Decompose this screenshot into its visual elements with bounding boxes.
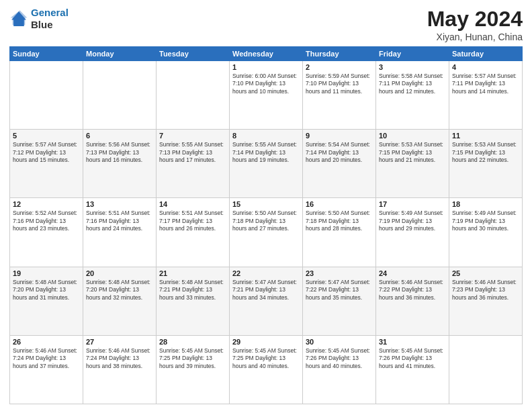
day-number: 20: [86, 269, 153, 277]
day-number: 10: [379, 132, 446, 140]
calendar-cell: 16Sunrise: 5:50 AM Sunset: 7:18 PM Dayli…: [303, 198, 376, 267]
calendar-cell: 12Sunrise: 5:52 AM Sunset: 7:16 PM Dayli…: [10, 198, 83, 267]
day-number: 9: [306, 132, 373, 140]
day-number: 2: [306, 63, 373, 71]
calendar-week-row: 1Sunrise: 6:00 AM Sunset: 7:10 PM Daylig…: [10, 61, 523, 130]
calendar-cell: [449, 335, 523, 404]
day-number: 30: [306, 338, 373, 346]
calendar-cell: 27Sunrise: 5:46 AM Sunset: 7:24 PM Dayli…: [83, 335, 157, 404]
calendar-week-row: 12Sunrise: 5:52 AM Sunset: 7:16 PM Dayli…: [10, 198, 523, 267]
day-number: 29: [232, 338, 300, 346]
calendar-header-row: SundayMondayTuesdayWednesdayThursdayFrid…: [10, 47, 523, 61]
calendar-cell: 4Sunrise: 5:57 AM Sunset: 7:11 PM Daylig…: [449, 61, 523, 130]
day-info: Sunrise: 5:51 AM Sunset: 7:16 PM Dayligh…: [86, 210, 153, 232]
calendar-cell: 5Sunrise: 5:57 AM Sunset: 7:12 PM Daylig…: [10, 130, 83, 198]
day-info: Sunrise: 5:46 AM Sunset: 7:22 PM Dayligh…: [379, 279, 446, 302]
subtitle: Xiyan, Hunan, China: [427, 32, 523, 42]
calendar-cell: 18Sunrise: 5:49 AM Sunset: 7:19 PM Dayli…: [449, 198, 523, 267]
day-info: Sunrise: 5:52 AM Sunset: 7:16 PM Dayligh…: [13, 210, 80, 232]
day-number: 8: [232, 132, 300, 140]
day-number: 27: [86, 338, 153, 346]
day-number: 14: [159, 200, 226, 208]
day-info: Sunrise: 5:48 AM Sunset: 7:20 PM Dayligh…: [13, 279, 80, 302]
day-number: 21: [159, 269, 226, 277]
calendar-cell: 31Sunrise: 5:45 AM Sunset: 7:26 PM Dayli…: [376, 335, 449, 404]
day-number: 15: [232, 200, 300, 208]
calendar-cell: 15Sunrise: 5:50 AM Sunset: 7:18 PM Dayli…: [230, 198, 303, 267]
calendar-cell: 9Sunrise: 5:54 AM Sunset: 7:14 PM Daylig…: [303, 130, 376, 198]
calendar-cell: 20Sunrise: 5:48 AM Sunset: 7:20 PM Dayli…: [83, 267, 157, 335]
day-info: Sunrise: 5:56 AM Sunset: 7:13 PM Dayligh…: [86, 141, 153, 164]
day-info: Sunrise: 5:57 AM Sunset: 7:11 PM Dayligh…: [452, 73, 519, 95]
day-number: 23: [306, 269, 373, 277]
calendar-cell: 7Sunrise: 5:55 AM Sunset: 7:13 PM Daylig…: [157, 130, 230, 198]
day-info: Sunrise: 5:46 AM Sunset: 7:24 PM Dayligh…: [13, 347, 80, 370]
calendar-cell: 26Sunrise: 5:46 AM Sunset: 7:24 PM Dayli…: [10, 335, 83, 404]
calendar-cell: 19Sunrise: 5:48 AM Sunset: 7:20 PM Dayli…: [10, 267, 83, 335]
day-info: Sunrise: 5:48 AM Sunset: 7:20 PM Dayligh…: [86, 279, 153, 302]
logo-line1: General: [31, 7, 69, 18]
day-number: 26: [13, 338, 80, 346]
logo-text: General Blue: [31, 7, 69, 31]
calendar-cell: 2Sunrise: 5:59 AM Sunset: 7:10 PM Daylig…: [303, 61, 376, 130]
day-info: Sunrise: 5:51 AM Sunset: 7:17 PM Dayligh…: [159, 210, 226, 232]
calendar-week-row: 26Sunrise: 5:46 AM Sunset: 7:24 PM Dayli…: [10, 335, 523, 404]
calendar-cell: 30Sunrise: 5:45 AM Sunset: 7:26 PM Dayli…: [303, 335, 376, 404]
calendar-cell: [83, 61, 157, 130]
title-block: May 2024 Xiyan, Hunan, China: [427, 7, 523, 42]
day-info: Sunrise: 5:49 AM Sunset: 7:19 PM Dayligh…: [379, 210, 446, 232]
day-info: Sunrise: 5:54 AM Sunset: 7:14 PM Dayligh…: [306, 141, 373, 164]
day-info: Sunrise: 5:50 AM Sunset: 7:18 PM Dayligh…: [232, 210, 300, 232]
weekday-header: Saturday: [449, 47, 523, 61]
day-info: Sunrise: 5:53 AM Sunset: 7:15 PM Dayligh…: [452, 141, 519, 164]
day-info: Sunrise: 5:46 AM Sunset: 7:23 PM Dayligh…: [452, 279, 519, 302]
day-info: Sunrise: 5:45 AM Sunset: 7:26 PM Dayligh…: [379, 347, 446, 370]
logo-line2: Blue: [31, 19, 69, 31]
calendar-cell: 21Sunrise: 5:48 AM Sunset: 7:21 PM Dayli…: [157, 267, 230, 335]
weekday-header: Tuesday: [157, 47, 230, 61]
weekday-header: Sunday: [10, 47, 83, 61]
calendar-cell: 1Sunrise: 6:00 AM Sunset: 7:10 PM Daylig…: [230, 61, 303, 130]
day-info: Sunrise: 5:45 AM Sunset: 7:26 PM Dayligh…: [306, 347, 373, 370]
day-number: 11: [452, 132, 519, 140]
calendar-cell: 23Sunrise: 5:47 AM Sunset: 7:22 PM Dayli…: [303, 267, 376, 335]
day-info: Sunrise: 5:45 AM Sunset: 7:25 PM Dayligh…: [159, 347, 226, 370]
calendar-cell: 22Sunrise: 5:47 AM Sunset: 7:21 PM Dayli…: [230, 267, 303, 335]
calendar-cell: 6Sunrise: 5:56 AM Sunset: 7:13 PM Daylig…: [83, 130, 157, 198]
day-info: Sunrise: 5:53 AM Sunset: 7:15 PM Dayligh…: [379, 141, 446, 164]
calendar-cell: 17Sunrise: 5:49 AM Sunset: 7:19 PM Dayli…: [376, 198, 449, 267]
day-number: 31: [379, 338, 446, 346]
calendar-cell: [10, 61, 83, 130]
calendar-week-row: 19Sunrise: 5:48 AM Sunset: 7:20 PM Dayli…: [10, 267, 523, 335]
day-number: 6: [86, 132, 153, 140]
day-number: 3: [379, 63, 446, 71]
day-info: Sunrise: 5:46 AM Sunset: 7:24 PM Dayligh…: [86, 347, 153, 370]
day-number: 1: [232, 63, 300, 71]
weekday-header: Monday: [83, 47, 157, 61]
calendar-cell: 25Sunrise: 5:46 AM Sunset: 7:23 PM Dayli…: [449, 267, 523, 335]
day-info: Sunrise: 5:48 AM Sunset: 7:21 PM Dayligh…: [159, 279, 226, 302]
day-number: 5: [13, 132, 80, 140]
day-number: 19: [13, 269, 80, 277]
header: General Blue May 2024 Xiyan, Hunan, Chin…: [9, 7, 523, 42]
weekday-header: Friday: [376, 47, 449, 61]
day-info: Sunrise: 5:49 AM Sunset: 7:19 PM Dayligh…: [452, 210, 519, 232]
day-number: 25: [452, 269, 519, 277]
logo: General Blue: [9, 7, 69, 31]
day-number: 18: [452, 200, 519, 208]
day-info: Sunrise: 5:58 AM Sunset: 7:11 PM Dayligh…: [379, 73, 446, 95]
generalblue-logo-icon: [9, 9, 28, 28]
day-info: Sunrise: 5:57 AM Sunset: 7:12 PM Dayligh…: [13, 141, 80, 164]
calendar-cell: 28Sunrise: 5:45 AM Sunset: 7:25 PM Dayli…: [157, 335, 230, 404]
day-number: 28: [159, 338, 226, 346]
day-info: Sunrise: 5:47 AM Sunset: 7:21 PM Dayligh…: [232, 279, 300, 302]
calendar-cell: 13Sunrise: 5:51 AM Sunset: 7:16 PM Dayli…: [83, 198, 157, 267]
day-number: 16: [306, 200, 373, 208]
day-info: Sunrise: 6:00 AM Sunset: 7:10 PM Dayligh…: [232, 73, 300, 95]
page: General Blue May 2024 Xiyan, Hunan, Chin…: [0, 0, 532, 411]
day-info: Sunrise: 5:45 AM Sunset: 7:25 PM Dayligh…: [232, 347, 300, 370]
weekday-header: Wednesday: [230, 47, 303, 61]
day-number: 22: [232, 269, 300, 277]
day-info: Sunrise: 5:59 AM Sunset: 7:10 PM Dayligh…: [306, 73, 373, 95]
calendar-week-row: 5Sunrise: 5:57 AM Sunset: 7:12 PM Daylig…: [10, 130, 523, 198]
